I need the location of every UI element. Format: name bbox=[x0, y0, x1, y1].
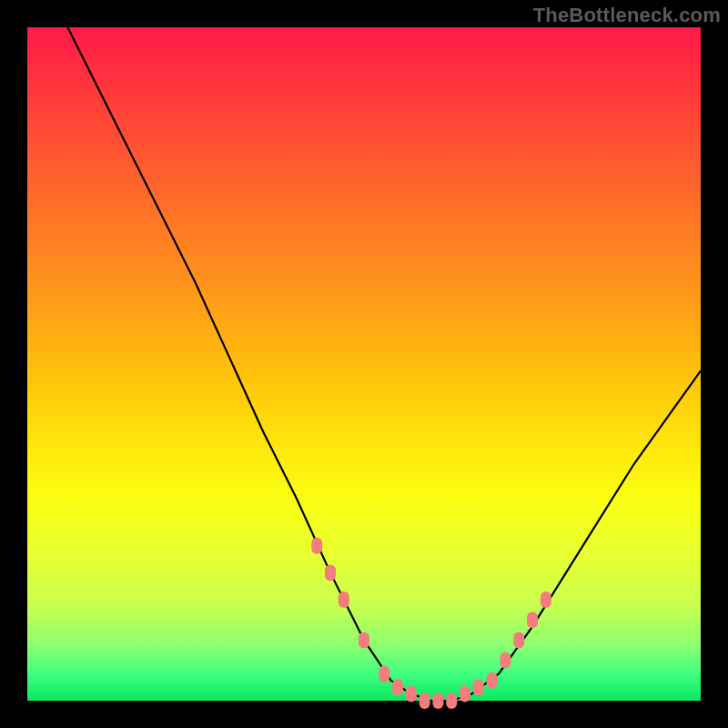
marker-dot bbox=[446, 693, 457, 709]
marker-dot bbox=[311, 538, 322, 554]
marker-dot bbox=[392, 679, 403, 695]
marker-dot bbox=[339, 592, 349, 608]
marker-dot bbox=[500, 652, 511, 669]
marker-dot bbox=[513, 632, 524, 648]
watermark-text: TheBottleneck.com bbox=[533, 4, 721, 27]
marker-dot bbox=[406, 686, 417, 703]
marker-dot bbox=[432, 693, 443, 709]
marker-dot bbox=[359, 632, 369, 648]
marker-dot bbox=[541, 592, 551, 608]
marker-dot bbox=[460, 686, 470, 703]
outer-frame: TheBottleneck.com bbox=[0, 0, 728, 728]
marker-dot bbox=[487, 672, 498, 689]
marker-dot bbox=[379, 665, 389, 682]
curve-svg bbox=[27, 27, 701, 701]
marker-dot bbox=[473, 679, 484, 695]
highlight-markers bbox=[311, 538, 551, 709]
plot-area bbox=[27, 27, 701, 701]
bottleneck-curve bbox=[67, 27, 701, 701]
marker-dot bbox=[325, 564, 336, 581]
marker-dot bbox=[527, 612, 538, 628]
marker-dot bbox=[420, 693, 430, 709]
